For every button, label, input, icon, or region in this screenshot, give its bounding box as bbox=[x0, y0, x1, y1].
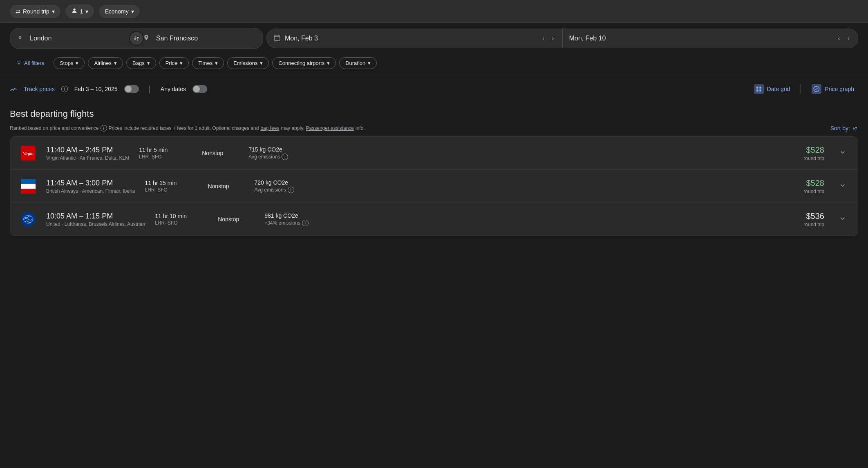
track-prices-info-icon[interactable]: i bbox=[61, 86, 68, 92]
all-filters-label: All filters bbox=[24, 60, 44, 66]
airline-name-2: British Airways bbox=[46, 188, 78, 194]
destination-input[interactable] bbox=[136, 28, 263, 49]
best-flights-section: Best departing flights Ranked based on p… bbox=[0, 102, 868, 243]
british-airways-logo bbox=[21, 179, 36, 194]
airlines-filter-button[interactable]: Airlines ▾ bbox=[88, 57, 123, 69]
svg-rect-3 bbox=[274, 35, 280, 41]
passengers-button[interactable]: 1 ▾ bbox=[65, 4, 94, 18]
calendar-icon bbox=[273, 34, 281, 43]
emissions-info-icon-3[interactable]: i bbox=[302, 220, 309, 226]
depart-date-input[interactable]: Mon, Feb 3 ‹ › bbox=[267, 29, 563, 48]
origin-icon bbox=[17, 34, 23, 42]
all-filters-button[interactable]: All filters bbox=[10, 57, 50, 69]
expand-button-3[interactable] bbox=[837, 213, 848, 226]
arrive-time-1: 2:45 PM bbox=[85, 146, 113, 154]
airline-logo-virgin: Virgin bbox=[20, 145, 36, 161]
prices-note: Prices include required taxes + fees for… bbox=[109, 125, 259, 131]
flight-row[interactable]: 10:05 AM – 1:15 PM United · Lufthansa, B… bbox=[10, 203, 858, 236]
flight-airline-3: United · Lufthansa, Brussels Airlines, A… bbox=[46, 221, 145, 227]
connecting-airports-filter-button[interactable]: Connecting airports ▾ bbox=[272, 57, 336, 69]
stops-chevron: ▾ bbox=[76, 60, 78, 66]
price-graph-icon bbox=[812, 84, 821, 94]
return-date-input[interactable]: Mon, Feb 10 ‹ › bbox=[563, 29, 858, 48]
svg-rect-19 bbox=[21, 189, 36, 194]
flight-price-1: $528 round trip bbox=[783, 145, 824, 161]
price-type-3: round trip bbox=[783, 222, 824, 227]
origin-input[interactable] bbox=[10, 28, 136, 49]
any-dates-toggle[interactable] bbox=[192, 85, 207, 93]
times-label: Times bbox=[198, 60, 213, 66]
best-flights-info-icon[interactable]: i bbox=[101, 125, 107, 131]
route-text-1: LHR–SFO bbox=[139, 154, 192, 160]
airlines-chevron: ▾ bbox=[114, 60, 117, 66]
airline-logo-ba bbox=[20, 178, 36, 194]
price-graph-label: Price graph bbox=[825, 86, 854, 92]
passengers-chevron: ▾ bbox=[85, 8, 88, 15]
any-dates-label: Any dates bbox=[161, 86, 186, 92]
flight-time-display-1: 11:40 AM – 2:45 PM bbox=[46, 146, 129, 154]
filters-bar: All filters Stops ▾ Airlines ▾ Bags ▾ Pr… bbox=[0, 54, 868, 72]
route-text-2: LHR–SFO bbox=[145, 187, 198, 193]
price-amount-3: $536 bbox=[783, 212, 824, 221]
passenger-assistance-link[interactable]: Passenger assistance bbox=[306, 125, 354, 131]
flight-times-2: 11:45 AM – 3:00 PM British Airways · Ame… bbox=[46, 179, 135, 194]
expand-button-2[interactable] bbox=[837, 180, 848, 193]
svg-point-0 bbox=[73, 9, 75, 11]
depart-date-label: Mon, Feb 3 bbox=[285, 35, 537, 42]
virgin-atlantic-logo: Virgin bbox=[21, 146, 36, 160]
date-grid-label: Date grid bbox=[767, 86, 790, 92]
swap-button[interactable] bbox=[129, 31, 144, 46]
return-prev-button[interactable]: ‹ bbox=[836, 33, 841, 44]
flight-row[interactable]: 11:45 AM – 3:00 PM British Airways · Ame… bbox=[10, 170, 858, 203]
arrive-time-3: 1:15 PM bbox=[85, 212, 113, 220]
emissions-info-icon-2[interactable]: i bbox=[288, 187, 294, 193]
date-grid-button[interactable]: Date grid bbox=[750, 82, 794, 96]
united-airlines-logo bbox=[21, 212, 36, 227]
trip-type-button[interactable]: ⇄ Round trip ▾ bbox=[10, 5, 60, 18]
flights-list: Virgin 11:40 AM – 2:45 PM Virgin Atlanti… bbox=[10, 136, 858, 236]
connecting-airports-chevron: ▾ bbox=[327, 60, 330, 66]
bags-filter-button[interactable]: Bags ▾ bbox=[126, 57, 156, 69]
class-button[interactable]: Economy ▾ bbox=[99, 5, 139, 18]
emissions-info-icon-1[interactable]: i bbox=[282, 154, 288, 160]
depart-time-1: 11:40 AM bbox=[46, 146, 77, 154]
info-suffix: info. bbox=[356, 125, 365, 131]
flight-duration-1: 11 hr 5 min LHR–SFO bbox=[139, 147, 192, 160]
depart-prev-button[interactable]: ‹ bbox=[541, 33, 546, 44]
return-next-button[interactable]: › bbox=[846, 33, 851, 44]
destination-icon bbox=[143, 34, 150, 42]
track-prices-label: Track prices bbox=[24, 86, 55, 92]
stops-label: Stops bbox=[60, 60, 73, 66]
round-trip-icon: ⇄ bbox=[16, 8, 20, 15]
svg-rect-11 bbox=[759, 87, 761, 89]
expand-button-1[interactable] bbox=[837, 147, 848, 160]
flight-time-display-3: 10:05 AM – 1:15 PM bbox=[46, 212, 145, 221]
svg-rect-18 bbox=[21, 179, 36, 184]
flight-emissions-3: 981 kg CO2e +34% emissions i bbox=[264, 212, 330, 226]
emissions-filter-button[interactable]: Emissions ▾ bbox=[227, 57, 269, 69]
flight-row[interactable]: Virgin 11:40 AM – 2:45 PM Virgin Atlanti… bbox=[10, 137, 858, 170]
best-flights-subtitle: Ranked based on price and convenience i … bbox=[10, 125, 858, 131]
times-filter-button[interactable]: Times ▾ bbox=[192, 57, 224, 69]
duration-filter-button[interactable]: Duration ▾ bbox=[339, 57, 377, 69]
track-prices-icon bbox=[10, 85, 17, 93]
price-filter-button[interactable]: Price ▾ bbox=[159, 57, 189, 69]
flight-emissions-2: 720 kg CO2e Avg emissions i bbox=[254, 179, 320, 193]
date-grid-icon bbox=[754, 84, 764, 94]
emissions-amount-3: 981 kg CO2e bbox=[264, 212, 330, 219]
price-amount-2: $528 bbox=[783, 178, 824, 188]
bag-fees-link[interactable]: bag fees bbox=[260, 125, 279, 131]
depart-next-button[interactable]: › bbox=[550, 33, 555, 44]
svg-rect-13 bbox=[759, 89, 761, 91]
sort-by-button[interactable]: Sort by: bbox=[830, 125, 858, 131]
airline-name-1: Virgin Atlantic bbox=[46, 155, 76, 161]
track-prices-toggle[interactable] bbox=[124, 85, 139, 93]
stops-filter-button[interactable]: Stops ▾ bbox=[54, 57, 85, 69]
flight-price-3: $536 round trip bbox=[783, 212, 824, 227]
price-graph-button[interactable]: Price graph bbox=[808, 82, 858, 96]
class-label: Economy bbox=[105, 8, 128, 15]
price-amount-1: $528 bbox=[783, 145, 824, 155]
view-pipe bbox=[801, 84, 801, 94]
return-date-label: Mon, Feb 10 bbox=[569, 35, 832, 42]
times-chevron: ▾ bbox=[215, 60, 218, 66]
